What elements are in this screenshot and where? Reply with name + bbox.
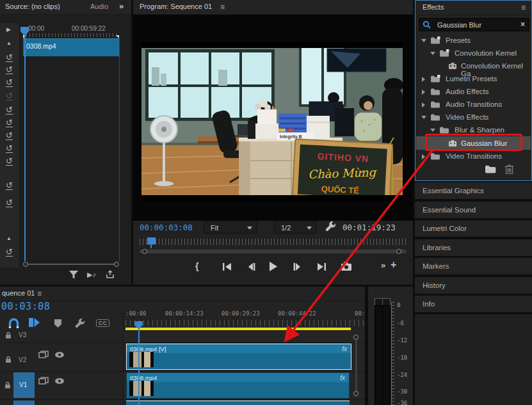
track-label-v2[interactable]: V2 <box>19 356 26 363</box>
tab-source[interactable]: Source: (no clips) <box>5 3 60 10</box>
effects-tree-item-video-transitions[interactable]: Video Transitions <box>416 150 531 163</box>
reset-parameter-icon[interactable]: ↺ <box>6 92 13 100</box>
tab-history[interactable]: History <box>415 277 532 294</box>
track-target-v1[interactable]: V1 <box>13 372 35 398</box>
program-current-timecode[interactable]: 00:00:03:08 <box>140 223 193 232</box>
more-controls-icon[interactable]: » <box>381 260 385 270</box>
track-label-v3[interactable]: V3 <box>19 331 26 338</box>
tab-sequence[interactable]: quence 01 <box>2 289 35 297</box>
tab-program[interactable]: Program: Sequence 01 <box>140 3 212 10</box>
chevron-expanded-icon[interactable] <box>430 52 435 55</box>
sync-lock-icon[interactable] <box>38 351 49 359</box>
play-button-icon[interactable] <box>268 261 278 272</box>
reset-parameter-icon[interactable]: ↺ <box>6 79 13 87</box>
button-editor-icon[interactable]: + <box>391 259 396 271</box>
source-ruler-ticks[interactable] <box>23 33 119 37</box>
reset-parameter-icon[interactable]: ↺ <box>6 106 13 115</box>
effects-tree-item-presets[interactable]: Presets <box>416 34 531 47</box>
vscroll-handle-bottom[interactable] <box>353 391 359 396</box>
reset-parameter-icon[interactable]: ↺ <box>6 145 13 153</box>
tab-essential-graphics[interactable]: Essential Graphics <box>415 182 532 199</box>
effects-tree-item-audio-effects[interactable]: Audio Effects <box>416 85 531 98</box>
add-marker-icon[interactable] <box>54 319 62 328</box>
sync-lock-icon[interactable] <box>38 377 49 385</box>
effects-tree-item-audio-transitions[interactable]: Audio Transitions <box>416 98 531 111</box>
timeline-vscroll[interactable] <box>355 335 357 397</box>
tab-lumetri-color[interactable]: Lumetri Color <box>415 220 532 237</box>
effects-tree-item-video-effects[interactable]: Video Effects <box>416 111 531 123</box>
reset-parameter-icon[interactable]: ↺ <box>6 248 13 257</box>
mark-in-icon[interactable]: { <box>195 261 198 271</box>
hscroll-handle-right[interactable] <box>114 262 119 267</box>
effects-tree-item-lumetri-presets[interactable]: Lumetri Presets <box>416 72 531 85</box>
hscroll-handle-left[interactable] <box>23 262 28 267</box>
track-target-a1[interactable] <box>13 401 35 405</box>
tab-libraries[interactable]: Libraries <box>415 239 532 256</box>
filter-properties-icon[interactable] <box>69 271 79 280</box>
effects-search-input[interactable] <box>436 19 515 30</box>
chevron-collapsed-icon[interactable] <box>422 102 425 107</box>
program-scrollbar[interactable] <box>140 250 407 253</box>
track-lock-icon[interactable] <box>5 331 12 339</box>
reset-parameter-icon[interactable]: ↺ <box>6 199 13 207</box>
playback-resolution-select[interactable]: 1/2 <box>274 221 317 234</box>
twirl-up-icon[interactable]: ▲ <box>6 235 12 241</box>
track-lock-icon[interactable] <box>5 356 12 363</box>
tab-markers[interactable]: Markers <box>415 258 532 274</box>
twirl-right-icon[interactable]: ▶ <box>6 26 11 33</box>
linked-selection-icon[interactable] <box>28 317 40 328</box>
program-playhead-marker[interactable] <box>147 237 156 244</box>
tab-audio[interactable]: Audio <box>90 3 108 10</box>
chevron-collapsed-icon[interactable] <box>422 90 425 95</box>
timeline-clip-v2[interactable]: 0308.mp4 [V] fx <box>126 344 351 370</box>
tab-essential-sound[interactable]: Essential Sound <box>415 202 532 218</box>
vscroll-handle-top[interactable] <box>353 335 359 340</box>
settings-wrench-icon[interactable] <box>325 221 336 232</box>
timeline-clip-a1[interactable] <box>126 401 350 405</box>
reset-parameter-icon[interactable]: ↺ <box>6 157 13 166</box>
timeline-ruler-ticks[interactable] <box>125 320 365 326</box>
reset-parameter-icon[interactable]: ↺ <box>6 66 13 74</box>
panel-menu-icon[interactable]: ≡ <box>220 3 225 12</box>
tab-info[interactable]: Info <box>415 296 532 312</box>
new-custom-bin-icon[interactable] <box>485 164 497 174</box>
program-video-preview[interactable]: Integrity B GITIHO VN Chào Mừng QUỐC TẾ <box>141 42 403 201</box>
panel-menu-icon[interactable]: ≡ <box>521 3 526 12</box>
step-back-icon[interactable] <box>247 262 256 271</box>
panel-menu-icon[interactable]: ≡ <box>37 289 42 298</box>
source-clip-bar[interactable]: 0308.mp4 <box>23 38 119 56</box>
source-hscroll[interactable] <box>26 264 117 265</box>
twirl-up-icon[interactable]: ▲ <box>6 40 12 46</box>
reset-parameter-icon[interactable]: ↺ <box>6 54 13 62</box>
track-lock-icon[interactable] <box>4 381 11 389</box>
chevron-expanded-icon[interactable] <box>421 39 426 42</box>
reset-parameter-icon[interactable]: ↺ <box>6 182 13 190</box>
export-frame-icon[interactable] <box>341 261 352 271</box>
timeline-current-timecode[interactable]: 00:03:08 <box>1 301 50 312</box>
program-scrub-ruler[interactable] <box>140 239 407 245</box>
effects-search-box[interactable]: × <box>419 18 529 31</box>
effects-tree-item-convolution-kernel[interactable]: Convolution Kernel <box>416 47 531 60</box>
play-audio-icon[interactable]: ▶♪ <box>87 271 96 279</box>
chevron-expanded-icon[interactable] <box>430 129 435 132</box>
clear-search-icon[interactable]: × <box>520 20 525 29</box>
scrollbar-handle-right[interactable] <box>396 249 401 254</box>
chevron-collapsed-icon[interactable] <box>422 77 425 82</box>
scrollbar-handle-left[interactable] <box>142 249 147 254</box>
snap-magnet-icon[interactable] <box>8 318 20 329</box>
zoom-level-select[interactable]: Fit <box>204 221 257 234</box>
go-to-out-icon[interactable] <box>316 262 326 271</box>
track-output-eye-icon[interactable] <box>54 351 65 358</box>
timeline-clip-v1[interactable]: 0308.mp4 fx <box>126 372 350 399</box>
reset-parameter-icon[interactable]: ↺ <box>6 132 13 140</box>
timeline-settings-wrench-icon[interactable] <box>74 318 85 329</box>
reset-parameter-icon[interactable]: ↺ <box>6 119 13 127</box>
chevron-collapsed-icon[interactable] <box>422 154 425 159</box>
effects-tree-item-convolution-kernel-preset[interactable]: Convolution Kernel Ga <box>416 60 531 72</box>
go-to-in-icon[interactable] <box>222 262 232 271</box>
tab-overflow-icon[interactable]: » <box>119 1 124 11</box>
captions-icon[interactable]: CC <box>96 319 109 327</box>
track-output-eye-icon[interactable] <box>54 377 65 385</box>
export-icon[interactable] <box>105 269 115 280</box>
tab-effects[interactable]: Effects <box>423 3 444 11</box>
